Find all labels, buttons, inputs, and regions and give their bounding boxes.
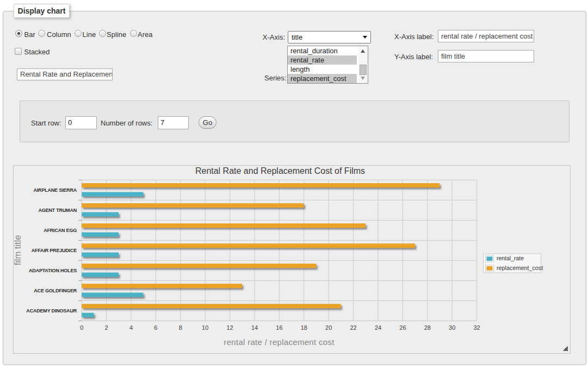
svg-text:replacement_cost: replacement_cost xyxy=(497,265,543,271)
svg-text:film title: film title xyxy=(13,235,22,266)
svg-text:14: 14 xyxy=(251,324,258,331)
svg-text:AIRPLANE SIERRA: AIRPLANE SIERRA xyxy=(33,187,77,193)
svg-text:20: 20 xyxy=(325,324,332,331)
svg-text:AFFAIR PREJUDICE: AFFAIR PREJUDICE xyxy=(32,248,77,253)
svg-text:18: 18 xyxy=(301,324,307,331)
svg-text:2: 2 xyxy=(105,324,108,331)
svg-text:30: 30 xyxy=(449,324,455,331)
svg-text:12: 12 xyxy=(226,324,233,331)
svg-text:ADAPTATION HOLES: ADAPTATION HOLES xyxy=(29,268,77,273)
svg-text:32: 32 xyxy=(473,324,480,331)
svg-text:ACADEMY DINOSAUR: ACADEMY DINOSAUR xyxy=(26,308,77,313)
svg-text:8: 8 xyxy=(179,324,182,331)
svg-text:26: 26 xyxy=(399,324,406,331)
svg-text:16: 16 xyxy=(276,324,282,331)
svg-text:24: 24 xyxy=(375,324,381,331)
svg-text:AGENT TRUMAN: AGENT TRUMAN xyxy=(38,208,77,213)
svg-text:Rental Rate and Replacement Co: Rental Rate and Replacement Cost of Film… xyxy=(195,166,365,175)
svg-text:6: 6 xyxy=(154,324,157,331)
svg-text:0: 0 xyxy=(80,324,83,331)
svg-text:28: 28 xyxy=(424,324,431,331)
svg-text:AFRICAN EGG: AFRICAN EGG xyxy=(44,228,77,233)
svg-text:ACE GOLDFINGER: ACE GOLDFINGER xyxy=(34,288,77,293)
svg-text:10: 10 xyxy=(202,324,208,331)
svg-text:4: 4 xyxy=(129,324,133,331)
svg-text:rental_rate: rental_rate xyxy=(497,255,524,261)
svg-text:22: 22 xyxy=(350,324,356,331)
svg-text:rental rate / replacement cost: rental rate / replacement cost xyxy=(224,337,335,347)
